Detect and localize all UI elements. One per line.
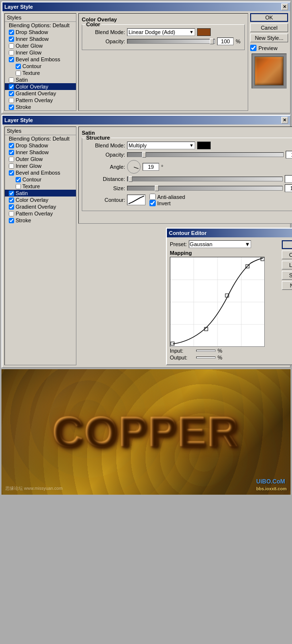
p2-bevel-emboss-checkbox[interactable] [9, 170, 14, 176]
invert-checkbox[interactable] [149, 200, 156, 206]
p2-distance-slider[interactable] [127, 177, 283, 181]
p2-sidebar-item-color-overlay[interactable]: Color Overlay [5, 197, 76, 203]
color-group: Color Blend Mode: Linear Dodge (Add) ▼ O… [82, 24, 245, 50]
p2-blend-mode-dropdown[interactable]: Multiply ▼ [127, 142, 195, 149]
sidebar-item-texture[interactable]: Texture [5, 70, 76, 76]
preview-checkbox[interactable] [250, 45, 256, 51]
inner-shadow-checkbox[interactable] [9, 36, 14, 42]
p2-inner-glow-checkbox[interactable] [9, 163, 14, 169]
angle-dial[interactable] [127, 160, 141, 174]
p2-inner-shadow-label: Inner Shadow [16, 149, 49, 155]
color-swatch[interactable] [197, 28, 211, 36]
sidebar-item-gradient-overlay[interactable]: Gradient Overlay [5, 90, 76, 97]
p2-angle-row: Angle: 19 ° [86, 160, 292, 174]
p2-color-swatch[interactable] [197, 142, 211, 149]
sidebar-item-pattern-overlay[interactable]: Pattern Overlay [5, 97, 76, 104]
p2-drop-shadow-label: Drop Shadow [16, 143, 48, 148]
sidebar-item-inner-shadow[interactable]: Inner Shadow [5, 36, 76, 42]
p2-drop-shadow-checkbox[interactable] [9, 143, 14, 148]
opacity-slider-thumb [210, 38, 214, 44]
p2-distance-input[interactable]: 1 [285, 175, 292, 183]
p2-pattern-overlay-checkbox[interactable] [9, 211, 14, 216]
p2-opacity-input[interactable]: 18 [286, 151, 292, 159]
mapping-box[interactable] [170, 257, 265, 347]
p2-distance-thumb [128, 176, 132, 182]
p2-gradient-overlay-checkbox[interactable] [9, 204, 14, 210]
p2-size-input[interactable]: 14 [285, 184, 292, 192]
preset-value: Gaussian [190, 241, 212, 247]
sidebar-item-stroke[interactable]: Stroke [5, 104, 76, 110]
watermark-uibo: UiBO [256, 478, 271, 485]
p2-sidebar-item-contour[interactable]: Contour [5, 176, 76, 183]
contour-new-button[interactable]: New... [282, 281, 292, 290]
input-field[interactable] [196, 350, 216, 352]
new-style-button[interactable]: New Style... [250, 34, 288, 42]
satin-label: Satin [16, 77, 28, 83]
ok-button[interactable]: OK [250, 13, 288, 22]
satin-checkbox[interactable] [9, 77, 14, 83]
contour-editor-left: Preset: Gaussian ▼ Mapping [170, 240, 279, 361]
p2-blend-mode-value: Multiply [128, 143, 146, 148]
blend-mode-dropdown[interactable]: Linear Dodge (Add) ▼ [127, 28, 195, 36]
p2-opacity-slider[interactable] [127, 152, 284, 157]
outer-glow-checkbox[interactable] [9, 43, 14, 49]
stroke-checkbox[interactable] [9, 105, 14, 110]
p2-contour-field-label: Contour: [86, 197, 125, 203]
contour-thumbnail[interactable] [127, 195, 146, 205]
texture-checkbox[interactable] [16, 71, 21, 76]
preset-dropdown[interactable]: Gaussian ▼ [189, 240, 251, 248]
p2-inner-shadow-checkbox[interactable] [9, 150, 14, 155]
p2-sidebar-item-texture[interactable]: Texture [5, 183, 76, 190]
panel2-close-button[interactable]: ✕ [281, 117, 288, 124]
gradient-overlay-checkbox[interactable] [9, 91, 14, 96]
p2-sidebar-item-outer-glow[interactable]: Outer Glow [5, 156, 76, 162]
sidebar-item-satin[interactable]: Satin [5, 76, 76, 83]
p2-satin-checkbox[interactable] [9, 191, 14, 196]
p2-inner-glow-label: Inner Glow [16, 163, 41, 169]
p2-contour-checkbox[interactable] [16, 177, 21, 182]
p2-sidebar-item-inner-glow[interactable]: Inner Glow [5, 162, 76, 169]
output-field[interactable] [196, 357, 216, 358]
p2-sidebar-item-satin[interactable]: Satin [5, 190, 76, 197]
p2-stroke-checkbox[interactable] [9, 218, 14, 223]
cancel-button[interactable]: Cancel [250, 23, 288, 32]
contour-ok-button[interactable]: OK [282, 240, 292, 249]
inner-glow-checkbox[interactable] [9, 50, 14, 55]
contour-save-button[interactable]: Save... [282, 271, 292, 280]
p2-size-slider[interactable] [127, 186, 283, 191]
sidebar-item-drop-shadow[interactable]: Drop Shadow [5, 29, 76, 36]
p2-sidebar-item-blending[interactable]: Blending Options: Default [5, 135, 76, 142]
p2-pattern-overlay-label: Pattern Overlay [16, 211, 53, 216]
p2-sidebar-item-stroke[interactable]: Stroke [5, 217, 76, 224]
sidebar-item-color-overlay[interactable]: Color Overlay [5, 83, 76, 90]
panel1-close-button[interactable]: ✕ [281, 3, 288, 10]
p2-sidebar-item-pattern-overlay[interactable]: Pattern Overlay [5, 210, 76, 217]
anti-alias-checkbox[interactable] [149, 194, 156, 200]
p2-angle-input[interactable]: 19 [143, 163, 159, 171]
texture-label: Texture [22, 70, 40, 76]
p2-sidebar-item-inner-shadow[interactable]: Inner Shadow [5, 149, 76, 156]
p2-sidebar-item-bevel-emboss[interactable]: Bevel and Emboss [5, 169, 76, 176]
pattern-overlay-checkbox[interactable] [9, 98, 14, 103]
p2-outer-glow-checkbox[interactable] [9, 157, 14, 162]
sidebar-item-outer-glow[interactable]: Outer Glow [5, 42, 76, 49]
watermark-com: .CoM [271, 478, 285, 485]
sidebar-item-bevel-emboss[interactable]: Bevel and Emboss [5, 56, 76, 63]
color-overlay-checkbox[interactable] [9, 84, 14, 89]
drop-shadow-checkbox[interactable] [9, 30, 14, 35]
p2-texture-checkbox[interactable] [16, 184, 21, 189]
structure-group: Structure Blend Mode: Multiply ▼ Opacity… [82, 138, 292, 211]
sidebar-item-blending[interactable]: Blending Options: Default [5, 22, 76, 29]
contour-load-button[interactable]: Load... [282, 261, 292, 269]
p2-color-overlay-checkbox[interactable] [9, 197, 14, 203]
sidebar-item-inner-glow[interactable]: Inner Glow [5, 49, 76, 56]
sidebar-item-contour[interactable]: Contour [5, 63, 76, 70]
bevel-emboss-checkbox[interactable] [9, 57, 14, 62]
p2-sidebar-item-drop-shadow[interactable]: Drop Shadow [5, 142, 76, 149]
opacity-input[interactable]: 100 [217, 37, 234, 45]
opacity-slider[interactable] [127, 39, 215, 44]
p2-texture-label: Texture [22, 183, 40, 189]
contour-cancel-button[interactable]: Cancel [282, 250, 292, 259]
contour-checkbox[interactable] [16, 64, 21, 69]
p2-sidebar-item-gradient-overlay[interactable]: Gradient Overlay [5, 203, 76, 210]
